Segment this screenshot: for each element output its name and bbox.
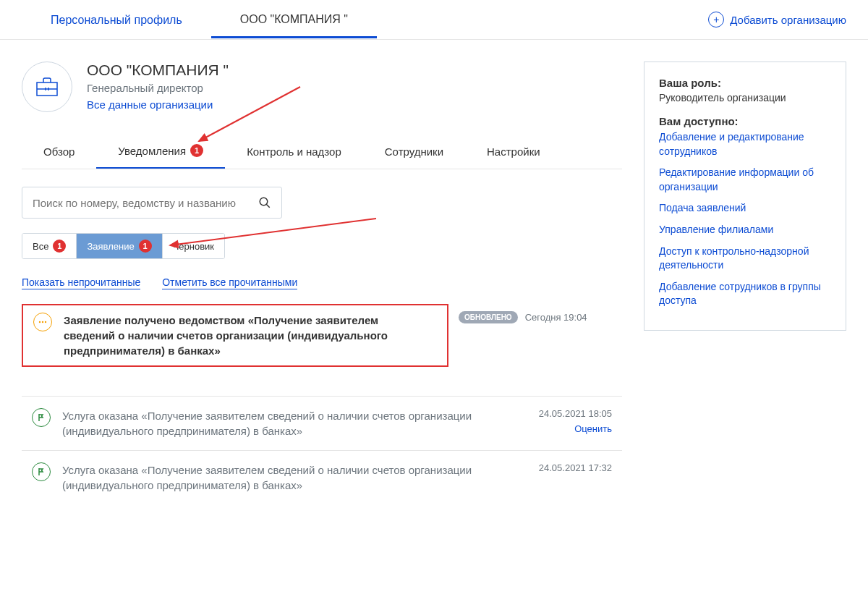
tab-control[interactable]: Контроль и надзор bbox=[225, 134, 363, 169]
flag-icon bbox=[32, 408, 51, 427]
tab-personal-profile[interactable]: Персональный профиль bbox=[22, 2, 211, 37]
tab-organization[interactable]: ООО "КОМПАНИЯ " bbox=[211, 1, 377, 38]
filter-all[interactable]: Все 1 bbox=[22, 234, 77, 258]
filter-application-label: Заявление bbox=[87, 241, 134, 252]
role-label: Ваша роль: bbox=[659, 77, 831, 89]
top-tabs: Персональный профиль ООО "КОМПАНИЯ " + Д… bbox=[0, 0, 868, 40]
all-org-data-link[interactable]: Все данные организации bbox=[87, 98, 229, 111]
content: ООО "КОМПАНИЯ " Генеральный директор Все… bbox=[0, 40, 868, 526]
tab-employees[interactable]: Сотрудники bbox=[363, 134, 465, 169]
add-organization-label: Добавить организацию bbox=[730, 14, 846, 26]
search-icon bbox=[258, 196, 271, 209]
filter-group: Все 1 Заявление 1 Черновик bbox=[22, 233, 225, 259]
status-badge: ОБНОВЛЕНО bbox=[459, 311, 518, 323]
notification-meta: 24.05.2021 17:32 bbox=[539, 462, 612, 473]
notification-time: 24.05.2021 18:05 bbox=[539, 408, 612, 419]
notification-time: Сегодня 19:04 bbox=[525, 312, 587, 323]
perm-link[interactable]: Доступ к контрольно-надзорной деятельнос… bbox=[659, 245, 831, 273]
sidebar: Ваша роль: Руководитель организации Вам … bbox=[644, 62, 846, 504]
inner-tabs: Обзор Уведомления 1 Контроль и надзор Со… bbox=[22, 134, 622, 169]
briefcase-icon bbox=[22, 62, 72, 112]
notification-list: Услуга оказана «Получение заявителем све… bbox=[22, 396, 622, 504]
tab-notifications-label: Уведомления bbox=[118, 145, 186, 157]
perm-link[interactable]: Редактирование информации об организации bbox=[659, 166, 831, 194]
main-column: ООО "КОМПАНИЯ " Генеральный директор Все… bbox=[22, 62, 622, 504]
svg-point-9 bbox=[42, 321, 43, 323]
tab-settings[interactable]: Настройки bbox=[465, 134, 562, 169]
notifications-count-badge: 1 bbox=[190, 144, 203, 157]
filter-all-badge: 1 bbox=[53, 240, 66, 253]
notification-time: 24.05.2021 17:32 bbox=[539, 462, 612, 473]
list-item[interactable]: Услуга оказана «Получение заявителем све… bbox=[22, 450, 622, 504]
perm-link[interactable]: Управление филиалами bbox=[659, 223, 831, 237]
plus-icon: + bbox=[708, 12, 724, 27]
filter-application-badge: 1 bbox=[139, 240, 152, 253]
show-unread-link[interactable]: Показать непрочитанные bbox=[22, 276, 140, 289]
svg-point-10 bbox=[45, 321, 46, 323]
role-value: Руководитель организации bbox=[659, 92, 831, 103]
status-icon bbox=[33, 313, 52, 331]
perm-link[interactable]: Подача заявлений bbox=[659, 201, 831, 216]
mark-all-read-link[interactable]: Отметить все прочитанными bbox=[162, 276, 297, 289]
notification-meta: 24.05.2021 18:05 Оценить bbox=[539, 408, 612, 434]
available-label: Вам доступно: bbox=[659, 115, 831, 127]
rate-link[interactable]: Оценить bbox=[539, 423, 612, 434]
org-header: ООО "КОМПАНИЯ " Генеральный директор Все… bbox=[22, 62, 622, 112]
filter-application[interactable]: Заявление 1 bbox=[77, 234, 162, 258]
role-box: Ваша роль: Руководитель организации Вам … bbox=[644, 62, 846, 331]
perm-link[interactable]: Добавление и редактирование сотрудников bbox=[659, 130, 831, 158]
notification-meta: ОБНОВЛЕНО Сегодня 19:04 bbox=[459, 304, 587, 323]
notification-text: Заявление получено ведомством «Получение… bbox=[64, 313, 437, 358]
search-box[interactable] bbox=[22, 187, 282, 219]
svg-point-8 bbox=[39, 321, 41, 323]
notification-text: Услуга оказана «Получение заявителем све… bbox=[62, 408, 527, 439]
notification-text: Услуга оказана «Получение заявителем све… bbox=[62, 462, 527, 493]
flag-icon bbox=[32, 462, 51, 481]
filter-draft[interactable]: Черновик bbox=[163, 234, 224, 258]
add-organization-button[interactable]: + Добавить организацию bbox=[708, 0, 846, 39]
org-title: ООО "КОМПАНИЯ " bbox=[87, 62, 229, 79]
search-input[interactable] bbox=[33, 197, 258, 209]
tab-notifications[interactable]: Уведомления 1 bbox=[96, 134, 225, 169]
svg-point-5 bbox=[260, 198, 268, 206]
org-info: ООО "КОМПАНИЯ " Генеральный директор Все… bbox=[87, 62, 229, 112]
perm-link[interactable]: Добавление сотрудников в группы доступа bbox=[659, 280, 831, 308]
list-item[interactable]: Услуга оказана «Получение заявителем све… bbox=[22, 396, 622, 450]
tab-overview[interactable]: Обзор bbox=[22, 134, 96, 169]
filter-all-label: Все bbox=[33, 241, 48, 252]
svg-line-6 bbox=[266, 204, 270, 208]
org-position: Генеральный директор bbox=[87, 82, 229, 94]
action-links: Показать непрочитанные Отметить все проч… bbox=[22, 276, 622, 289]
highlighted-notification[interactable]: Заявление получено ведомством «Получение… bbox=[22, 304, 448, 367]
